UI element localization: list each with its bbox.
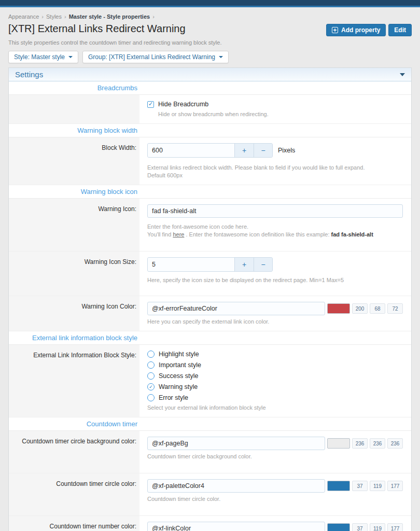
radio-success-style[interactable]: Success style [147, 372, 403, 380]
chevron-down-icon [68, 56, 73, 58]
page-description: This style properties control the countd… [8, 39, 412, 46]
add-property-label: Add property [341, 26, 380, 34]
radio-warning-style[interactable]: Warning style [147, 383, 403, 390]
color-swatch[interactable] [327, 481, 350, 491]
decrement-button[interactable]: − [254, 258, 272, 271]
form-row-warning-icon-color: Warning Icon Color: 200 68 72 Here you c… [9, 296, 411, 331]
rgb-green-value: 119 [370, 481, 385, 491]
color-swatch[interactable] [327, 303, 350, 314]
chevron-down-icon [219, 56, 223, 58]
rgb-blue-value: 72 [387, 303, 403, 314]
rgb-red-value: 37 [352, 481, 368, 491]
section-title: Breadcrumbs [9, 81, 139, 94]
warning-icon-color-label: Warning Icon Color: [9, 296, 139, 331]
hint-text: Here, specify the icon size to be displa… [147, 276, 403, 284]
plus-square-icon [332, 27, 338, 33]
rgb-red-value: 200 [352, 303, 368, 314]
form-row-hide-breadcrumb: Hide Breadcrumb Hide or show breadcrumb … [9, 95, 411, 124]
form-row-circle-bg-color: Countdown timer circle background color:… [9, 431, 411, 473]
increment-button[interactable]: + [235, 144, 254, 157]
radio-error-style[interactable]: Error style [147, 394, 403, 401]
rgb-blue-value: 177 [387, 523, 403, 531]
warning-icon-size-label: Warning Icon Size: [9, 251, 139, 296]
here-link[interactable]: here [173, 231, 184, 237]
breadcrumb-styles[interactable]: Styles [46, 13, 62, 20]
units-label: Pixels [278, 147, 295, 154]
breadcrumb-separator: › [41, 13, 44, 20]
color-swatch[interactable] [327, 523, 350, 531]
hint-text: Countdown timer circle color. [147, 495, 403, 503]
radio-icon [147, 383, 155, 390]
hint-text: External links redirect block width. Ple… [147, 164, 403, 179]
breadcrumb-current[interactable]: Master style - Style properties [69, 13, 150, 20]
hint-text: Hide or show breadcrumb when redirecting… [158, 110, 403, 118]
rgb-blue-value: 177 [387, 481, 403, 491]
hint-text: Countdown timer circle background color. [147, 453, 403, 460]
circle-bg-color-input[interactable] [147, 437, 325, 450]
section-header-breadcrumbs: Breadcrumbs [9, 81, 411, 95]
circle-bg-color-label: Countdown timer circle background color: [9, 431, 139, 473]
increment-button[interactable]: + [235, 258, 254, 271]
form-row-circle-color: Countdown timer circle color: 37 119 177… [9, 473, 411, 516]
style-chooser-button[interactable]: Style: Master style [8, 51, 78, 63]
warning-icon-label: Warning Icon: [9, 199, 139, 251]
rgb-blue-value: 236 [387, 438, 403, 449]
form-row-number-color: Countdown timer number color: 37 119 177… [9, 516, 411, 531]
form-row-block-width: Block Width: + − Pixels External links r… [9, 137, 411, 185]
form-row-block-style: External Link Information Block Style: H… [9, 345, 411, 417]
rgb-green-value: 119 [370, 523, 385, 531]
block-width-input[interactable] [148, 144, 235, 157]
group-chooser-button[interactable]: Group: [XTR] External Links Redirect War… [82, 51, 229, 63]
block-width-label: Block Width: [9, 137, 139, 185]
warning-icon-size-input[interactable] [148, 258, 235, 271]
hide-breadcrumb-checkbox[interactable] [147, 101, 154, 108]
rgb-red-value: 236 [352, 438, 368, 449]
breadcrumb-separator: › [64, 13, 66, 20]
settings-panel-header[interactable]: Settings [9, 68, 411, 81]
form-row-warning-icon: Warning Icon: Enter the font-awesome ico… [9, 199, 411, 251]
number-color-label: Countdown timer number color: [9, 516, 139, 531]
rgb-green-value: 236 [370, 438, 385, 449]
radio-icon [147, 351, 155, 358]
warning-icon-input[interactable] [147, 204, 403, 218]
breadcrumb-appearance[interactable]: Appearance [8, 13, 39, 20]
form-row-warning-icon-size: Warning Icon Size: + − Here, specify the… [9, 251, 411, 296]
block-style-radio-group: Highlight style Important style Success … [147, 351, 403, 401]
section-header-countdown-timer: Countdown timer [9, 417, 411, 431]
radio-icon [147, 361, 155, 369]
group-chooser-label: Group: [XTR] External Links Redirect War… [88, 53, 215, 61]
section-header-warning-block-width: Warning block width [9, 124, 411, 137]
warning-icon-color-input[interactable] [147, 302, 325, 315]
section-title: Warning block width [9, 124, 139, 137]
number-color-input[interactable] [147, 522, 325, 531]
section-header-warning-block-icon: Warning block icon [9, 185, 411, 199]
rgb-green-value: 68 [370, 303, 385, 314]
breadcrumb-separator: › [152, 13, 155, 20]
settings-panel-title: Settings [15, 70, 43, 79]
decrement-button[interactable]: − [254, 144, 272, 157]
radio-icon [147, 372, 155, 380]
hide-breadcrumb-label[interactable]: Hide Breadcrumb [158, 101, 208, 108]
add-property-button[interactable]: Add property [326, 24, 386, 36]
hint-text: Select your external link information bl… [147, 404, 403, 412]
breadcrumb: Appearance›Styles›Master style - Style p… [8, 13, 412, 20]
radio-icon [147, 394, 155, 401]
section-title: External link information block style [9, 331, 139, 344]
rgb-red-value: 37 [352, 523, 368, 531]
page-title: [XTR] External Links Redirect Warning [8, 23, 186, 35]
hint-text: Here you can specify the external link i… [147, 318, 403, 326]
hint-text: Enter the font-awesome icon code here. Y… [147, 223, 403, 239]
color-swatch[interactable] [327, 438, 350, 449]
radio-highlight-style[interactable]: Highlight style [147, 351, 403, 358]
top-nav-bar [0, 0, 420, 6]
circle-color-input[interactable] [147, 479, 325, 493]
radio-important-style[interactable]: Important style [147, 361, 403, 369]
edit-button[interactable]: Edit [388, 24, 412, 36]
circle-color-label: Countdown timer circle color: [9, 473, 139, 515]
style-chooser-label: Style: Master style [14, 53, 65, 61]
collapse-arrow-icon[interactable] [400, 73, 405, 76]
settings-panel: Settings Breadcrumbs Hide Breadcrumb Hid… [8, 67, 412, 531]
edit-label: Edit [394, 26, 406, 34]
section-title: Countdown timer [9, 417, 139, 430]
section-title: Warning block icon [9, 185, 139, 198]
